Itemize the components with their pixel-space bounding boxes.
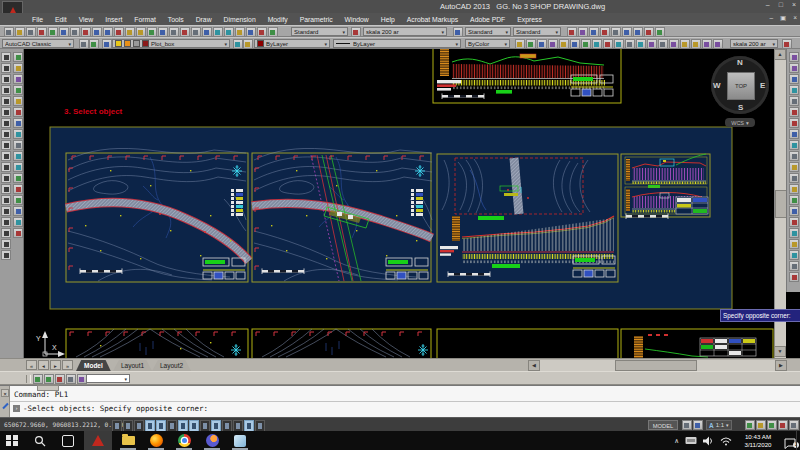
rotate-icon[interactable] <box>789 118 799 128</box>
arc-length-dimension-icon[interactable] <box>537 39 547 49</box>
linear-dimension-icon[interactable] <box>515 39 525 49</box>
save-icon[interactable] <box>48 27 58 37</box>
menu-modify[interactable]: Modify <box>262 16 294 23</box>
dimension-edit-icon[interactable] <box>702 39 712 49</box>
color-control-combo[interactable]: ByLayer▾ <box>254 39 330 48</box>
viewcube-top-face[interactable]: TOP <box>727 72 755 100</box>
menu-acrobat-markups[interactable]: Acrobat Markups <box>401 16 464 23</box>
edit-reference-icon[interactable] <box>33 374 43 384</box>
linetype-control-combo[interactable]: ByLayer▾ <box>333 39 461 48</box>
viewcube-wcs-menu[interactable]: WCS▾ <box>725 118 755 127</box>
maximize-window-icon[interactable]: □ <box>779 1 783 8</box>
lineweight-control-combo[interactable]: ByColor▾ <box>465 39 510 48</box>
taskbar-autocad-button[interactable] <box>84 431 112 450</box>
open-icon[interactable] <box>37 27 47 37</box>
dimension-text-edit-icon[interactable] <box>713 39 723 49</box>
tolerance-icon[interactable] <box>658 39 668 49</box>
tray-app-icon[interactable] <box>685 436 697 445</box>
polyline-icon[interactable] <box>1 74 11 84</box>
copy-icon[interactable] <box>789 63 799 73</box>
recent-commands-icon[interactable]: › <box>13 405 20 412</box>
explode-icon[interactable] <box>789 228 799 238</box>
move-icon[interactable] <box>789 107 799 117</box>
viewcube-north[interactable]: N <box>737 58 743 67</box>
ellipse-icon[interactable] <box>1 151 11 161</box>
jogged-linear-icon[interactable] <box>691 39 701 49</box>
zoom-window-icon[interactable] <box>180 27 190 37</box>
snap-from-icon[interactable] <box>13 217 23 227</box>
toolbar-lock-icon[interactable] <box>778 420 788 430</box>
tool-palettes-icon[interactable] <box>224 27 234 37</box>
quick-view-layouts-icon[interactable] <box>682 420 692 430</box>
menu-help[interactable]: Help <box>375 16 401 23</box>
last-tab-icon[interactable]: » <box>62 360 73 370</box>
annotation-scale-c-icon[interactable] <box>655 27 665 37</box>
send-under-icon[interactable] <box>789 272 799 282</box>
mdi-close-icon[interactable]: × <box>793 14 797 22</box>
help-icon[interactable] <box>268 27 278 37</box>
quick-view-drawings-icon[interactable] <box>693 420 703 430</box>
layer-properties-manager-icon[interactable] <box>102 39 112 49</box>
style-match-icon[interactable] <box>622 27 632 37</box>
menu-draw[interactable]: Draw <box>190 16 218 23</box>
angular-dimension-icon[interactable] <box>592 39 602 49</box>
next-tab-icon[interactable]: ▸ <box>50 360 61 370</box>
menu-dimension[interactable]: Dimension <box>218 16 262 23</box>
save-workspace-icon[interactable] <box>89 39 99 49</box>
aligned-dimension-icon[interactable] <box>526 39 536 49</box>
tab-layout2[interactable]: Layout2 <box>152 360 191 371</box>
style-update-icon[interactable] <box>611 27 621 37</box>
search-button[interactable] <box>28 431 52 450</box>
annotation-visibility-icon[interactable] <box>745 420 755 430</box>
viewcube-east[interactable]: E <box>760 81 765 90</box>
arc-icon[interactable] <box>1 107 11 117</box>
snap-to-insert-icon[interactable] <box>13 151 23 161</box>
snap-to-parallel-icon[interactable] <box>13 140 23 150</box>
send-to-back-icon[interactable] <box>789 250 799 260</box>
array-icon[interactable] <box>789 96 799 106</box>
workspace-combo[interactable]: AutoCAD Classic▾ <box>2 39 74 48</box>
menu-insert[interactable]: Insert <box>99 16 128 23</box>
rectangle-icon[interactable] <box>1 96 11 106</box>
text-style-combo[interactable]: Standard▾ <box>291 27 348 36</box>
revision-cloud-icon[interactable] <box>1 129 11 139</box>
snap-to-intersection-icon[interactable] <box>13 74 23 84</box>
task-view-button[interactable] <box>56 431 80 450</box>
snap-to-center-icon[interactable] <box>13 96 23 106</box>
command-window[interactable]: × Command: PL1 › -Select objects: Specif… <box>0 385 800 417</box>
snap-to-perpendicular-icon[interactable] <box>13 129 23 139</box>
polygon-icon[interactable] <box>1 85 11 95</box>
table-style-combo[interactable]: Standard▾ <box>513 27 561 36</box>
workspace-settings-icon[interactable] <box>79 39 89 49</box>
diameter-dimension-icon[interactable] <box>581 39 591 49</box>
annotation-scale-b-icon[interactable] <box>644 27 654 37</box>
join-icon[interactable] <box>789 195 799 205</box>
snap-to-nearest-icon[interactable] <box>13 173 23 183</box>
first-tab-icon[interactable]: « <box>26 360 37 370</box>
zoom-realtime-icon[interactable] <box>169 27 179 37</box>
dimension-update-icon[interactable] <box>782 39 792 49</box>
layer-previous-icon[interactable] <box>243 39 253 49</box>
discard-reference-edits-icon[interactable] <box>77 374 87 384</box>
circle-icon[interactable] <box>1 118 11 128</box>
trim-icon[interactable] <box>789 151 799 161</box>
menu-format[interactable]: Format <box>128 16 162 23</box>
menu-tools[interactable]: Tools <box>162 16 190 23</box>
auto-annotation-scale-icon[interactable] <box>756 420 766 430</box>
design-center-icon[interactable] <box>213 27 223 37</box>
layer-combo[interactable]: Plot_box▾ <box>112 39 230 48</box>
make-block-icon[interactable] <box>1 184 11 194</box>
menu-express[interactable]: Express <box>511 16 548 23</box>
dim-style-icon[interactable] <box>453 27 463 37</box>
osnap-settings-icon[interactable] <box>13 195 23 205</box>
plot-icon[interactable] <box>59 27 69 37</box>
horizontal-scrollbar-thumb[interactable] <box>615 360 697 371</box>
scroll-right-icon[interactable]: ▶ <box>775 360 787 371</box>
viewcube[interactable]: N W E S TOP WCS▾ <box>711 56 769 114</box>
scroll-down-icon[interactable]: ▼ <box>774 346 786 357</box>
markup-set-manager-icon[interactable] <box>246 27 256 37</box>
drawing-canvas[interactable]: Y X 3. Select object N W E S TOP WCS▾ <box>24 49 774 358</box>
snap-to-tangent-icon[interactable] <box>13 118 23 128</box>
application-status-menu-icon[interactable] <box>789 420 799 430</box>
workspace-switching-icon[interactable] <box>767 420 777 430</box>
